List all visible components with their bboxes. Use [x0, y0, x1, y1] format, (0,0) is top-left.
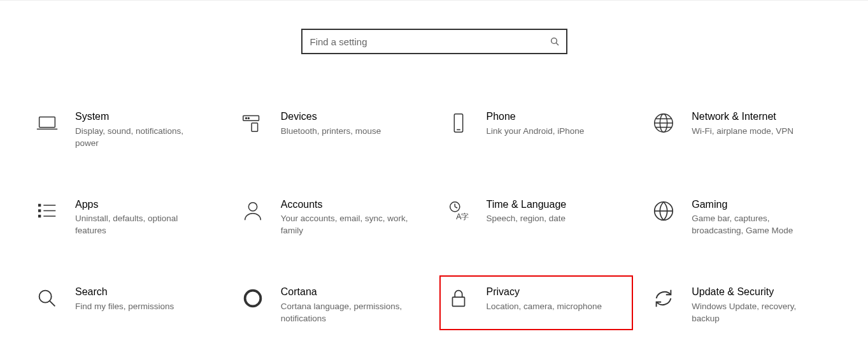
svg-rect-31 [452, 297, 464, 306]
apps-icon [34, 198, 60, 224]
svg-line-29 [50, 301, 55, 307]
laptop-icon [34, 110, 60, 136]
search-icon [550, 36, 560, 47]
tile-apps[interactable]: Apps Uninstall, defaults, optional featu… [29, 193, 222, 243]
tile-subtitle: Windows Update, recovery, backup [692, 301, 819, 325]
svg-rect-16 [39, 210, 41, 212]
search-box[interactable] [301, 29, 567, 54]
tile-title: Update & Security [692, 286, 834, 299]
tile-subtitle: Cortana language, permissions, notificat… [281, 301, 408, 325]
sync-icon [651, 286, 676, 311]
tile-update-security[interactable]: Update & Security Windows Update, recove… [646, 280, 839, 330]
tile-phone[interactable]: Phone Link your Android, iPhone [441, 105, 634, 155]
tile-subtitle: Your accounts, email, sync, work, family [281, 213, 408, 237]
tile-cortana[interactable]: Cortana Cortana language, permissions, n… [235, 280, 428, 330]
svg-point-7 [248, 117, 249, 119]
tile-subtitle: Uninstall, defaults, optional features [75, 213, 203, 237]
svg-rect-2 [39, 117, 55, 127]
magnifier-icon [34, 286, 60, 311]
gaming-icon [651, 198, 676, 224]
tile-title: System [75, 110, 217, 124]
svg-point-6 [245, 117, 246, 119]
tile-title: Privacy [487, 286, 627, 299]
tile-title: Apps [75, 198, 217, 212]
svg-point-30 [245, 291, 260, 307]
tile-devices[interactable]: Devices Bluetooth, printers, mouse [235, 105, 428, 155]
tile-title: Accounts [281, 198, 423, 212]
tile-title: Devices [281, 110, 423, 124]
svg-rect-17 [39, 215, 41, 217]
tile-time-language[interactable]: A字 Time & Language Speech, region, date [441, 193, 634, 243]
globe-icon [651, 110, 676, 136]
settings-grid: System Display, sound, notifications, po… [29, 105, 839, 330]
tile-title: Cortana [281, 286, 423, 299]
tile-subtitle: Find my files, permissions [75, 301, 203, 313]
tile-system[interactable]: System Display, sound, notifications, po… [29, 105, 222, 155]
tile-title: Search [75, 286, 217, 299]
search-input[interactable] [310, 36, 550, 47]
tile-privacy[interactable]: Privacy Location, camera, microphone [439, 275, 634, 330]
cortana-icon [240, 286, 266, 311]
person-icon [240, 198, 266, 224]
tile-subtitle: Bluetooth, printers, mouse [281, 126, 408, 138]
tile-subtitle: Location, camera, microphone [487, 301, 614, 313]
svg-point-0 [551, 38, 557, 44]
tile-network[interactable]: Network & Internet Wi-Fi, airplane mode,… [646, 105, 839, 155]
svg-line-24 [455, 207, 457, 208]
tile-subtitle: Wi-Fi, airplane mode, VPN [692, 126, 819, 138]
tile-subtitle: Display, sound, notifications, power [75, 126, 203, 150]
svg-rect-5 [252, 123, 258, 131]
time-language-icon: A字 [446, 198, 471, 224]
phone-icon [446, 110, 471, 136]
tile-subtitle: Link your Android, iPhone [487, 126, 614, 138]
svg-rect-15 [39, 204, 41, 206]
tile-accounts[interactable]: Accounts Your accounts, email, sync, wor… [235, 193, 428, 243]
tile-subtitle: Speech, region, date [487, 213, 614, 225]
svg-text:A字: A字 [456, 212, 469, 221]
tile-search[interactable]: Search Find my files, permissions [29, 280, 222, 330]
svg-line-1 [556, 43, 559, 45]
tile-title: Gaming [692, 198, 834, 212]
tile-title: Time & Language [487, 198, 629, 212]
tile-subtitle: Game bar, captures, broadcasting, Game M… [692, 213, 819, 237]
svg-point-21 [248, 202, 257, 210]
tile-title: Phone [487, 110, 629, 124]
svg-point-28 [39, 291, 52, 303]
lock-icon [446, 286, 471, 311]
devices-icon [240, 110, 266, 136]
tile-title: Network & Internet [692, 110, 834, 124]
tile-gaming[interactable]: Gaming Game bar, captures, broadcasting,… [646, 193, 839, 243]
